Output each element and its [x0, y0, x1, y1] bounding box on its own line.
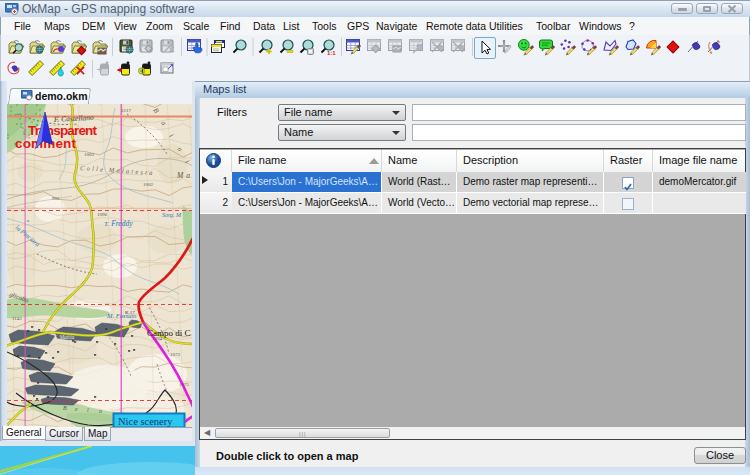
svg-text:S. Mattia: S. Mattia	[54, 334, 74, 340]
svg-text:1143: 1143	[12, 316, 22, 321]
svg-text:1073: 1073	[170, 352, 181, 357]
svg-text:Campo di C: Campo di C	[147, 328, 191, 338]
svg-text:o: o	[99, 408, 102, 414]
svg-text:Nice scenery: Nice scenery	[118, 416, 173, 427]
svg-text:e: e	[75, 406, 78, 412]
svg-text:1075: 1075	[179, 382, 190, 387]
svg-text:1217: 1217	[121, 108, 132, 113]
svg-text:T.Freddy: T.Freddy	[104, 219, 133, 228]
svg-text:Sorg. M: Sorg. M	[162, 212, 182, 218]
svg-text:K.17: K.17	[125, 310, 135, 315]
svg-text:1096: 1096	[97, 212, 108, 217]
svg-text:992: 992	[52, 196, 60, 201]
svg-text:1:1: 1:1	[327, 50, 336, 56]
svg-text:1002: 1002	[143, 182, 154, 187]
svg-text:B: B	[63, 405, 67, 411]
svg-text:1003: 1003	[84, 152, 95, 157]
svg-text:Ma: Ma	[176, 171, 192, 180]
